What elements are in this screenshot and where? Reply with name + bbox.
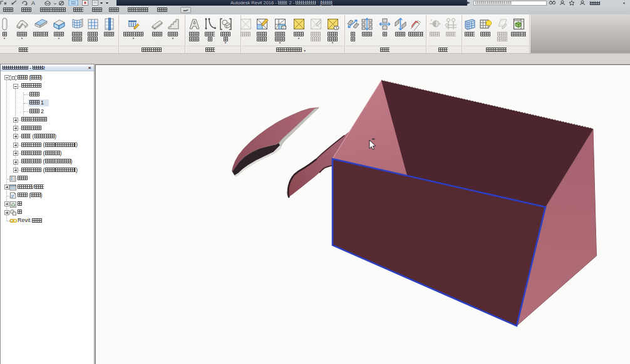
svg-text:A: A — [31, 0, 35, 6]
